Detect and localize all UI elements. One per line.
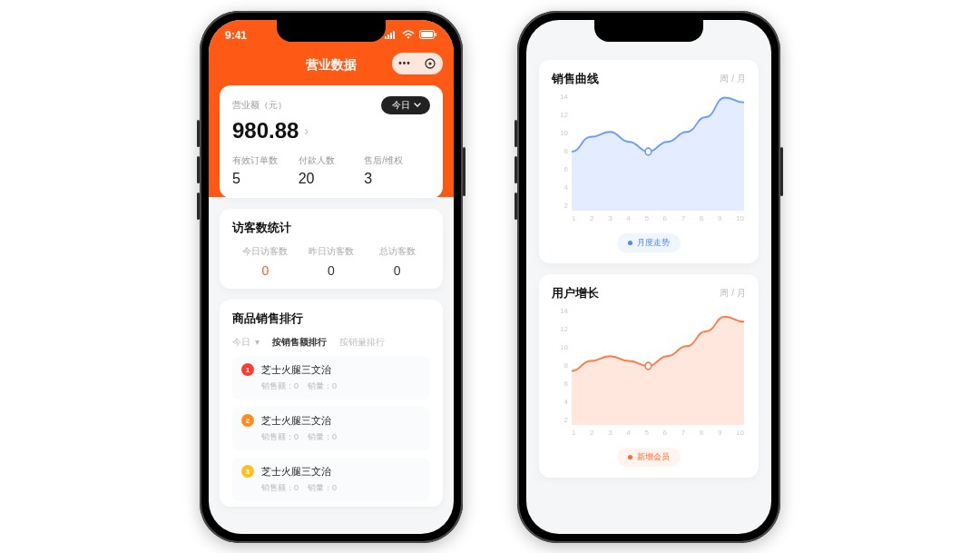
y-axis-ticks: 1412108642: [552, 307, 568, 425]
revenue-stats: 有效订单数 5 付款人数 20 售后/维权 3: [232, 154, 430, 187]
ranking-title: 商品销售排行: [232, 311, 430, 327]
revenue-amount: 980.88: [232, 118, 299, 143]
rank-badge: 1: [241, 363, 254, 376]
tab-by-sales[interactable]: 按销售额排行: [272, 336, 327, 349]
svg-rect-0: [385, 36, 387, 39]
screen-left: 9:41 ••• 营业数据: [209, 20, 454, 534]
rank-name: 芝士火腿三文治: [261, 465, 331, 479]
rank-item-3[interactable]: 3 芝士火腿三文治 销售额：0 销量：0: [232, 458, 430, 501]
sales-chart: 1412108642 12345678910: [552, 93, 746, 227]
svg-rect-3: [393, 31, 395, 39]
close-target-icon[interactable]: [423, 56, 437, 71]
ranking-tabs: 今日 ▾ 按销售额排行 按销量排行: [232, 336, 430, 349]
tab-by-qty[interactable]: 按销量排行: [339, 336, 385, 349]
legend-dot-icon: [628, 241, 632, 245]
device-right: 销售曲线 周/月 1412108642 12345678910 月: [517, 11, 780, 543]
users-chart-card: 用户增长 周/月 1412108642 12345678910 新: [539, 274, 759, 478]
tab-month[interactable]: 月: [737, 74, 746, 84]
svg-rect-2: [390, 33, 392, 39]
stat-aftersale: 售后/维权 3: [364, 154, 430, 187]
more-icon[interactable]: •••: [397, 56, 412, 71]
sales-range-toggle[interactable]: 周/月: [720, 73, 746, 85]
rank-item-1[interactable]: 1 芝士火腿三文治 销售额：0 销量：0: [232, 356, 430, 400]
rank-name: 芝士火腿三文治: [261, 414, 331, 428]
users-chart: 1412108642 12345678910: [552, 307, 746, 441]
chevron-down-icon: ▾: [255, 337, 260, 347]
chart-plot-area: [572, 93, 744, 211]
revenue-label: 营业额（元）: [232, 99, 287, 112]
rank-item-2[interactable]: 2 芝士火腿三文治 销售额：0 销量：0: [232, 407, 430, 450]
date-range-pill[interactable]: 今日: [381, 96, 430, 114]
svg-point-10: [645, 148, 652, 155]
svg-point-4: [407, 36, 409, 38]
svg-rect-1: [387, 35, 389, 39]
screen-right: 销售曲线 周/月 1412108642 12345678910 月: [526, 20, 771, 534]
svg-point-9: [428, 62, 431, 64]
rank-badge: 2: [241, 414, 254, 427]
date-range-label: 今日: [392, 99, 410, 112]
device-left: 9:41 ••• 营业数据: [200, 11, 463, 543]
rank-badge: 3: [241, 465, 254, 478]
tab-month[interactable]: 月: [737, 288, 746, 298]
sales-chart-card: 销售曲线 周/月 1412108642 12345678910 月: [539, 60, 759, 263]
wifi-icon: [402, 29, 415, 42]
visitors-yesterday: 昨日访客数 0: [299, 245, 365, 278]
ranking-card: 商品销售排行 今日 ▾ 按销售额排行 按销量排行 1 芝士火腿三文治 销售: [220, 300, 443, 507]
revenue-amount-row[interactable]: 980.88 ›: [232, 118, 430, 143]
users-legend: 新增会员: [617, 448, 681, 467]
x-axis-ticks: 12345678910: [572, 214, 744, 227]
tab-week[interactable]: 周: [720, 288, 729, 298]
chevron-right-icon: ›: [304, 123, 309, 138]
users-range-toggle[interactable]: 周/月: [720, 287, 746, 300]
revenue-card: 营业额（元） 今日 980.88 › 有效订单数 5: [220, 85, 443, 198]
rank-name: 芝士火腿三文治: [261, 363, 331, 377]
sales-chart-title: 销售曲线: [552, 71, 599, 87]
ranking-range-select[interactable]: 今日 ▾: [232, 336, 260, 349]
mini-program-capsule[interactable]: •••: [392, 53, 443, 74]
visitors-total: 总访客数 0: [364, 245, 430, 278]
signal-icon: [385, 29, 397, 42]
svg-point-11: [645, 362, 652, 370]
y-axis-ticks: 1412108642: [552, 93, 568, 211]
notch: [594, 20, 703, 42]
tab-week[interactable]: 周: [720, 74, 729, 84]
notch: [277, 20, 386, 42]
visitors-today: 今日访客数 0: [232, 245, 299, 278]
svg-rect-7: [436, 33, 437, 36]
svg-rect-6: [421, 32, 433, 37]
chevron-down-icon: [414, 100, 421, 110]
users-chart-title: 用户增长: [552, 285, 599, 301]
battery-icon: [419, 29, 437, 42]
visitors-card: 访客数统计 今日访客数 0 昨日访客数 0 总访客数 0: [220, 209, 443, 289]
stat-payers: 付款人数 20: [299, 154, 365, 187]
page-title: 营业数据: [306, 57, 357, 74]
visitors-title: 访客数统计: [232, 220, 430, 236]
sales-legend: 月度走势: [617, 233, 681, 252]
legend-dot-icon: [628, 455, 632, 459]
chart-plot-area: [572, 307, 744, 425]
x-axis-ticks: 12345678910: [572, 429, 744, 441]
status-time: 9:41: [225, 29, 247, 42]
stat-orders: 有效订单数 5: [232, 154, 299, 187]
